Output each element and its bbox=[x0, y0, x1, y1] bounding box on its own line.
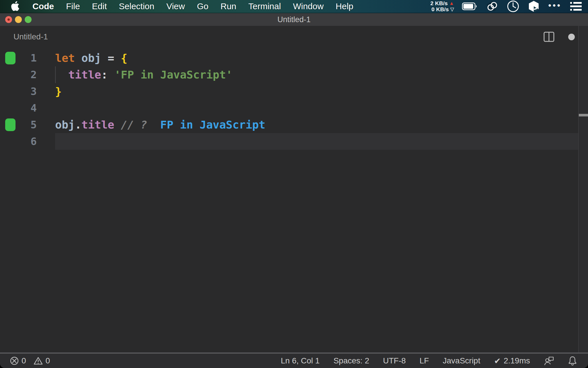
menu-item-run[interactable]: Run bbox=[214, 0, 242, 13]
line-content[interactable]: title: 'FP in JavaScript' bbox=[37, 66, 233, 83]
editor-area: Untitled-1 1let obj = {2 title: 'FP in J… bbox=[0, 26, 588, 352]
warnings-group: 0 bbox=[33, 356, 50, 365]
gutter-marker-column bbox=[0, 50, 17, 66]
code-token-comment: // ? bbox=[114, 118, 147, 131]
menu-item-terminal[interactable]: Terminal bbox=[242, 0, 287, 13]
coverage-marker-icon bbox=[5, 118, 16, 131]
line-content[interactable] bbox=[37, 100, 55, 116]
code-token-value: FP in JavaScript bbox=[147, 118, 265, 131]
menu-item-file[interactable]: File bbox=[60, 0, 86, 13]
menu-bar: Code FileEditSelectionViewGoRunTerminalW… bbox=[0, 0, 588, 13]
code-line-6[interactable]: 6 bbox=[0, 133, 578, 150]
menu-item-window[interactable]: Window bbox=[287, 0, 330, 13]
menu-item-go[interactable]: Go bbox=[191, 0, 214, 13]
clock-icon[interactable] bbox=[507, 0, 519, 13]
quokka-timing[interactable]: ✔ 2.19ms bbox=[494, 356, 530, 366]
warnings-count: 0 bbox=[46, 356, 50, 365]
list-menu-icon[interactable] bbox=[570, 1, 582, 12]
problems-indicator[interactable]: 0 0 bbox=[10, 356, 55, 365]
code-token-plain bbox=[55, 68, 68, 81]
gutter-marker-column bbox=[0, 116, 17, 133]
line-content[interactable]: } bbox=[37, 83, 62, 100]
menu-item-view[interactable]: View bbox=[160, 0, 191, 13]
code-token-string: 'FP in JavaScript' bbox=[114, 68, 233, 81]
network-down-row: 0 KB/s ▽ bbox=[432, 6, 454, 12]
status-item-ln-6-col-1[interactable]: Ln 6, Col 1 bbox=[281, 356, 320, 365]
line-number[interactable]: 1 bbox=[17, 50, 37, 66]
gutter-marker-column bbox=[0, 83, 17, 100]
line-content[interactable]: obj.title // ? FP in JavaScript bbox=[37, 116, 265, 133]
editor-tab-label: Untitled-1 bbox=[13, 32, 48, 41]
cube-icon[interactable] bbox=[527, 0, 540, 13]
code-token-operator: = bbox=[108, 52, 121, 64]
code-line-3[interactable]: 3} bbox=[0, 83, 578, 100]
download-arrow-icon: ▽ bbox=[450, 6, 454, 12]
line-number[interactable]: 4 bbox=[17, 100, 37, 116]
feedback-icon[interactable] bbox=[544, 356, 554, 366]
timing-value: 2.19ms bbox=[504, 356, 530, 365]
editor-scrollbar[interactable] bbox=[578, 26, 588, 352]
code-token-property: title bbox=[68, 68, 101, 81]
status-item-utf-8[interactable]: UTF-8 bbox=[383, 356, 406, 365]
warning-triangle-icon bbox=[33, 356, 43, 365]
status-item-spaces-2[interactable]: Spaces: 2 bbox=[333, 356, 369, 365]
overview-cursor-marker bbox=[579, 114, 588, 116]
menu-bar-left: Code FileEditSelectionViewGoRunTerminalW… bbox=[0, 0, 359, 13]
zoom-button[interactable] bbox=[25, 16, 32, 23]
code-line-4[interactable]: 4 bbox=[0, 100, 578, 116]
code-token-operator: : bbox=[101, 68, 114, 81]
code-line-2[interactable]: 2 title: 'FP in JavaScript' bbox=[0, 66, 578, 83]
bell-icon[interactable] bbox=[568, 356, 577, 366]
errors-count: 0 bbox=[22, 356, 26, 365]
line-number[interactable]: 5 bbox=[17, 116, 37, 133]
menu-item-code[interactable]: Code bbox=[26, 0, 60, 13]
minimize-button[interactable] bbox=[15, 16, 22, 23]
code-lines: 1let obj = {2 title: 'FP in JavaScript'3… bbox=[0, 50, 578, 150]
code-token-variable: obj bbox=[75, 52, 108, 64]
ellipsis-icon[interactable]: ••• bbox=[548, 1, 562, 12]
menu-item-edit[interactable]: Edit bbox=[86, 0, 113, 13]
network-up-label: 2 KB/s bbox=[430, 0, 448, 6]
status-item-javascript[interactable]: JavaScript bbox=[443, 356, 480, 365]
line-number[interactable]: 6 bbox=[17, 133, 37, 150]
network-speed-widget[interactable]: 2 KB/s ▲ 0 KB/s ▽ bbox=[430, 0, 454, 12]
gutter-marker-column bbox=[0, 133, 17, 150]
menu-item-selection[interactable]: Selection bbox=[113, 0, 160, 13]
menu-bar-status-items: 2 KB/s ▲ 0 KB/s ▽ bbox=[430, 0, 588, 13]
code-token-brace: { bbox=[121, 52, 127, 64]
apple-menu-icon[interactable] bbox=[11, 1, 20, 11]
errors-group: 0 bbox=[10, 356, 26, 365]
coverage-marker-icon bbox=[5, 52, 16, 64]
window-title-bar: Untitled-1 bbox=[0, 13, 588, 26]
editor-actions bbox=[543, 32, 575, 42]
close-button[interactable] bbox=[5, 16, 12, 23]
linked-rings-icon[interactable] bbox=[486, 0, 499, 13]
code-token-keyword: let bbox=[55, 52, 75, 64]
line-number[interactable]: 3 bbox=[17, 83, 37, 100]
traffic-lights bbox=[5, 16, 32, 23]
line-content[interactable] bbox=[37, 133, 55, 150]
battery-icon[interactable] bbox=[462, 2, 477, 10]
status-bar: 0 0 Ln 6, Col 1Spaces: 2UTF-8LFJavaScrip… bbox=[0, 352, 588, 368]
code-token-property: title bbox=[82, 118, 114, 131]
screen: Code FileEditSelectionViewGoRunTerminalW… bbox=[0, 0, 588, 368]
code-line-5[interactable]: 5obj.title // ? FP in JavaScript bbox=[0, 116, 578, 133]
code-line-1[interactable]: 1let obj = { bbox=[0, 50, 578, 66]
line-content[interactable]: let obj = { bbox=[37, 50, 127, 66]
status-bar-right: Ln 6, Col 1Spaces: 2UTF-8LFJavaScript ✔ … bbox=[281, 356, 577, 366]
menu-item-help[interactable]: Help bbox=[330, 0, 359, 13]
window-title: Untitled-1 bbox=[277, 15, 311, 24]
split-editor-icon[interactable] bbox=[543, 32, 554, 42]
network-down-label: 0 KB/s bbox=[432, 6, 449, 12]
code-token-operator: . bbox=[75, 118, 82, 131]
upload-arrow-icon: ▲ bbox=[449, 0, 454, 6]
check-icon: ✔ bbox=[494, 356, 501, 366]
modified-dot-icon[interactable] bbox=[568, 34, 575, 40]
code-token-variable: obj bbox=[55, 118, 75, 131]
line-number[interactable]: 2 bbox=[17, 66, 37, 83]
error-circle-icon bbox=[10, 356, 19, 365]
gutter-marker-column bbox=[0, 66, 17, 83]
network-up-row: 2 KB/s ▲ bbox=[430, 0, 454, 6]
gutter-marker-column bbox=[0, 100, 17, 116]
status-item-lf[interactable]: LF bbox=[419, 356, 429, 365]
